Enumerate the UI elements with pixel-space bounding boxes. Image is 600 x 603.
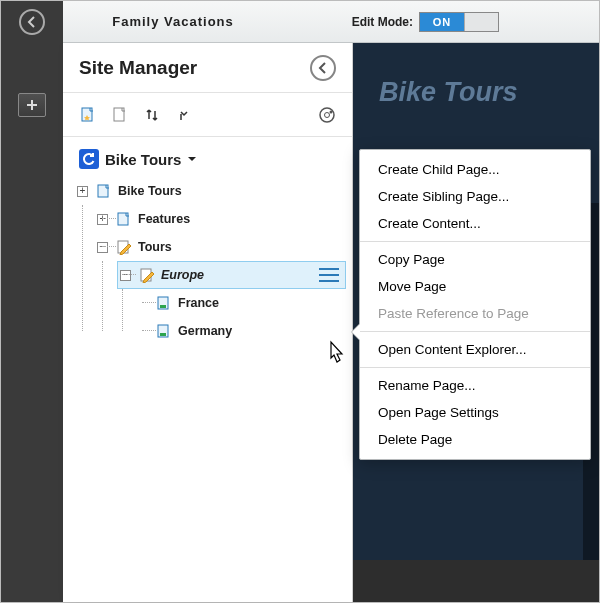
site-manager-panel: Site Manager: [63, 43, 353, 602]
gear-icon: [318, 106, 336, 124]
menu-paste-reference: Paste Reference to Page: [360, 300, 590, 327]
collapse-toggle[interactable]: −: [120, 270, 131, 281]
tree-label: Europe: [161, 268, 204, 282]
tree-node-germany[interactable]: Germany: [137, 317, 352, 345]
tree-node-biketours[interactable]: + Bike Tours: [77, 177, 352, 205]
panel-title: Site Manager: [79, 57, 197, 79]
svg-point-3: [325, 112, 330, 117]
left-rail: [1, 43, 63, 602]
svg-rect-10: [160, 305, 166, 308]
panel-toolbar: [63, 93, 352, 137]
tree-label: Bike Tours: [118, 184, 182, 198]
svg-point-2: [320, 108, 334, 122]
new-blank-button[interactable]: [111, 106, 129, 124]
site-badge: [79, 149, 99, 169]
sort-toggle-button[interactable]: [143, 106, 161, 124]
tree-node-features[interactable]: + Features: [97, 205, 352, 233]
arrow-left-icon: [317, 62, 329, 74]
sort-vertical-icon: [145, 107, 159, 123]
collapse-icon: [177, 107, 191, 123]
menu-delete-page[interactable]: Delete Page: [360, 426, 590, 453]
tree-node-tours[interactable]: − Tours: [97, 233, 352, 261]
hero-title: Bike Tours: [353, 43, 599, 108]
toggle-off-region: [464, 13, 498, 31]
site-name: Bike Tours: [105, 151, 181, 168]
menu-create-sibling[interactable]: Create Sibling Page...: [360, 183, 590, 210]
settings-button[interactable]: [318, 106, 336, 124]
menu-create-content[interactable]: Create Content...: [360, 210, 590, 237]
page-icon: [113, 107, 127, 123]
menu-copy-page[interactable]: Copy Page: [360, 246, 590, 273]
tree-label: France: [178, 296, 219, 310]
svg-point-4: [330, 110, 333, 113]
tree-spacer: [137, 298, 148, 309]
back-cell: [1, 1, 63, 43]
page-icon: [96, 183, 112, 199]
panel-header: Site Manager: [63, 43, 352, 93]
page-title: Family Vacations: [63, 14, 283, 29]
menu-open-explorer[interactable]: Open Content Explorer...: [360, 336, 590, 363]
arrow-left-icon: [26, 16, 38, 28]
tree-spacer: [137, 326, 148, 337]
edit-mode-block: Edit Mode: ON: [352, 1, 499, 43]
edit-mode-label: Edit Mode:: [352, 15, 413, 29]
page-edit-icon: [116, 239, 132, 255]
svg-rect-12: [160, 333, 166, 336]
tree-label: Germany: [178, 324, 232, 338]
refresh-icon: [82, 152, 96, 166]
collapse-button[interactable]: [175, 106, 193, 124]
tree-label: Features: [138, 212, 190, 226]
context-menu-button[interactable]: [319, 268, 339, 282]
page-edit-icon: [139, 267, 155, 283]
tree-label: Tours: [138, 240, 172, 254]
page-icon: [116, 211, 132, 227]
site-selector[interactable]: Bike Tours: [63, 137, 352, 173]
topbar: Family Vacations Edit Mode: ON: [1, 1, 599, 43]
tree-node-europe[interactable]: − Europe: [117, 261, 346, 289]
menu-move-page[interactable]: Move Page: [360, 273, 590, 300]
page-pub-icon: [156, 295, 172, 311]
tree-node-france[interactable]: France: [137, 289, 352, 317]
page-star-icon: [80, 107, 96, 123]
plus-icon: [26, 99, 38, 111]
context-menu: Create Child Page... Create Sibling Page…: [359, 149, 591, 460]
edit-mode-toggle[interactable]: ON: [419, 12, 499, 32]
back-button[interactable]: [19, 9, 45, 35]
menu-open-settings[interactable]: Open Page Settings: [360, 399, 590, 426]
collapse-toggle[interactable]: −: [97, 242, 108, 253]
panel-back-button[interactable]: [310, 55, 336, 81]
add-widget-button[interactable]: [18, 93, 46, 117]
preview-footer: [353, 560, 599, 602]
page-pub-icon: [156, 323, 172, 339]
menu-create-child[interactable]: Create Child Page...: [360, 156, 590, 183]
menu-separator: [360, 241, 590, 242]
toggle-on-label: ON: [420, 13, 464, 31]
expand-toggle[interactable]: +: [97, 214, 108, 225]
menu-separator: [360, 367, 590, 368]
chevron-down-icon: [187, 154, 197, 164]
menu-separator: [360, 331, 590, 332]
expand-toggle[interactable]: +: [77, 186, 88, 197]
page-tree: + Bike Tours + Features: [63, 173, 352, 345]
menu-rename-page[interactable]: Rename Page...: [360, 372, 590, 399]
new-page-button[interactable]: [79, 106, 97, 124]
